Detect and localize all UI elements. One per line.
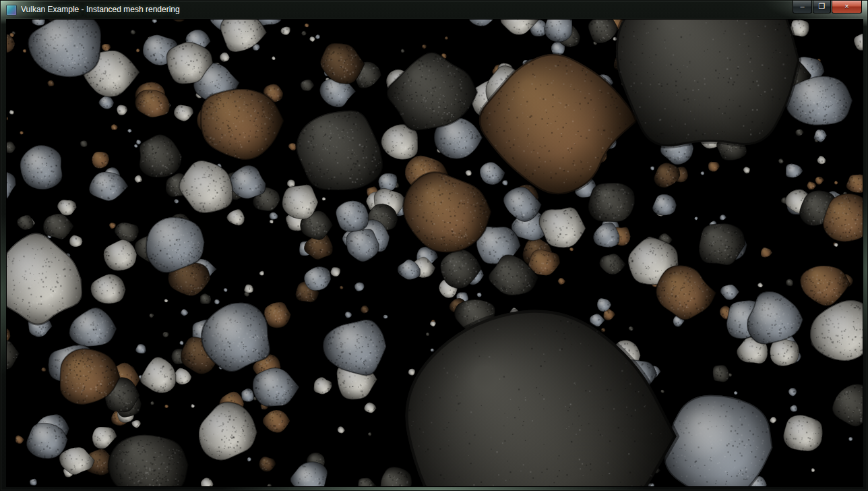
window-title: Vulkan Example - Instanced mesh renderin… (21, 1, 180, 18)
app-icon (6, 5, 17, 16)
close-icon: × (844, 2, 848, 10)
vulkan-render-viewport[interactable] (6, 19, 863, 487)
app-window: Vulkan Example - Instanced mesh renderin… (0, 0, 868, 491)
title-bar[interactable]: Vulkan Example - Instanced mesh renderin… (1, 1, 867, 18)
window-controls: – ❐ × (792, 1, 862, 13)
maximize-button[interactable]: ❐ (813, 1, 831, 13)
minimize-button[interactable]: – (793, 1, 812, 13)
maximize-icon: ❐ (819, 2, 826, 10)
close-button[interactable]: × (832, 1, 862, 13)
minimize-icon: – (800, 2, 804, 10)
